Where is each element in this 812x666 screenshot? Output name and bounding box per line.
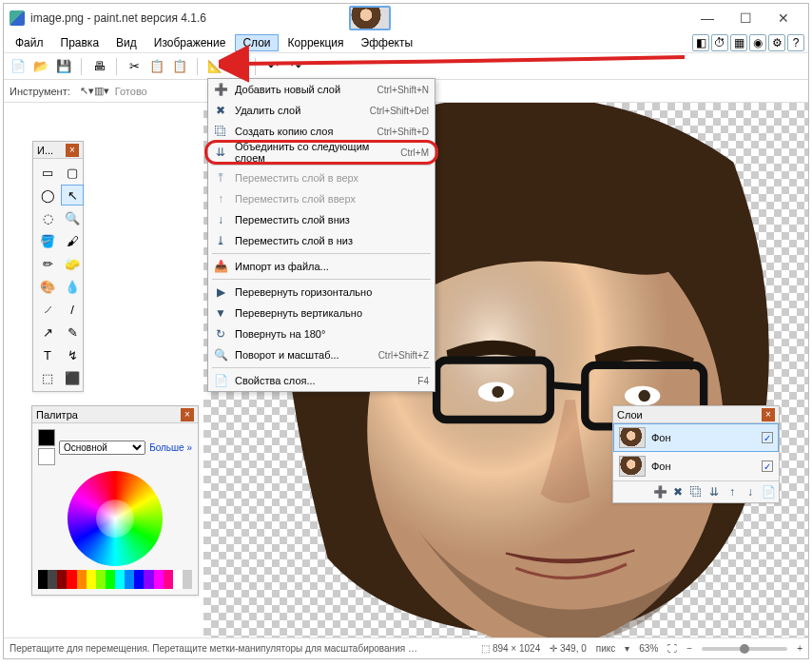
menu-файл[interactable]: Файл: [8, 34, 51, 51]
toolbar-button[interactable]: ▤: [229, 58, 246, 75]
status-unit: пикс: [596, 643, 616, 654]
menu-item[interactable]: 📄Свойства слоя...F4: [208, 370, 435, 391]
menu-коррекция[interactable]: Коррекция: [280, 34, 352, 51]
menu-item[interactable]: ✖Удалить слойCtrl+Shift+Del: [208, 100, 435, 121]
tool-option-icon[interactable]: ▥: [94, 85, 104, 96]
help-icon[interactable]: ◉: [749, 34, 766, 51]
tool-button[interactable]: 💧: [61, 276, 84, 297]
menu-правка[interactable]: Правка: [53, 34, 107, 51]
zoom-fit-icon[interactable]: ⛶: [667, 643, 677, 654]
menu-эффекты[interactable]: Эффекты: [354, 34, 421, 51]
minimize-button[interactable]: —: [688, 5, 726, 31]
layer-row[interactable]: Фон✓: [613, 452, 779, 480]
primary-color-swatch[interactable]: [38, 429, 55, 446]
tool-button[interactable]: ↗: [36, 322, 59, 343]
palette-strip-2[interactable]: [38, 579, 192, 589]
tool-button[interactable]: ◌: [36, 207, 59, 228]
document-thumbnail[interactable]: [349, 6, 391, 30]
color-mode-select[interactable]: Основной: [59, 441, 145, 455]
menu-item[interactable]: ➕Добавить новый слойCtrl+Shift+N: [208, 79, 435, 100]
toolbar-button[interactable]: 📄: [10, 58, 27, 75]
tool-button[interactable]: 🎨: [36, 276, 59, 297]
palette-close-icon[interactable]: ×: [181, 408, 194, 421]
secondary-color-swatch[interactable]: [38, 448, 55, 465]
toolbar-button[interactable]: 📋: [171, 58, 188, 75]
palette-more-link[interactable]: Больше »: [149, 442, 192, 453]
zoom-slider[interactable]: [702, 647, 787, 651]
palette-panel: Палитра × Основной Больше »: [31, 405, 199, 596]
menu-item-icon: ✖: [212, 102, 229, 119]
toolbar-button[interactable]: 🖶: [90, 58, 107, 75]
menu-item[interactable]: ⤓Переместить слой в низ: [208, 230, 435, 251]
menu-item-label: Переместить слой вниз: [235, 214, 423, 225]
toolbar-button[interactable]: 📂: [32, 58, 49, 75]
toolbar-button[interactable]: ✂: [126, 58, 143, 75]
tool-button[interactable]: ⬛: [61, 367, 84, 388]
menu-item[interactable]: 🔍Поворот и масштаб...Ctrl+Shift+Z: [208, 344, 435, 365]
color-wheel[interactable]: [68, 471, 163, 566]
layer-toolbar-button[interactable]: ⿻: [688, 484, 704, 500]
help-icon[interactable]: ?: [787, 34, 804, 51]
zoom-in-icon[interactable]: +: [797, 643, 802, 654]
close-button[interactable]: ✕: [764, 5, 802, 31]
layer-toolbar-button[interactable]: ↓: [743, 484, 758, 500]
tool-button[interactable]: ✎: [61, 322, 84, 343]
menu-item[interactable]: ▼Перевернуть вертикально: [208, 303, 435, 323]
help-icon[interactable]: ⚙: [768, 34, 785, 51]
menu-item-icon: ➕: [212, 81, 229, 98]
tool-option-icon[interactable]: ▾: [104, 85, 109, 96]
toolbar-button[interactable]: 💾: [55, 58, 72, 75]
layer-row[interactable]: Фон✓: [613, 423, 779, 452]
menu-item-label: Переместить слой в низ: [235, 235, 423, 246]
layer-toolbar-button[interactable]: ⇊: [706, 484, 722, 500]
tool-button[interactable]: 🖌: [61, 230, 84, 251]
help-icon[interactable]: ⏱: [711, 34, 728, 51]
layer-toolbar-button[interactable]: 📄: [761, 484, 776, 500]
tool-button[interactable]: ⬚: [36, 367, 59, 388]
menu-item: ⤒Переместить слой в верх: [208, 167, 435, 188]
tool-button[interactable]: ▢: [61, 162, 84, 183]
toolbar-button[interactable]: ↶: [264, 58, 281, 75]
help-icon[interactable]: ◧: [692, 34, 709, 51]
layer-toolbar-button[interactable]: ➕: [652, 484, 667, 500]
tool-button[interactable]: T: [36, 344, 59, 365]
tool-button[interactable]: /: [61, 299, 84, 320]
menu-item[interactable]: ▶Перевернуть горизонтально: [208, 282, 435, 303]
menu-item[interactable]: 📥Импорт из файла...: [208, 256, 435, 277]
layer-visible-checkbox[interactable]: ✓: [762, 460, 773, 472]
menu-item[interactable]: ↓Переместить слой вниз: [208, 209, 435, 230]
maximize-button[interactable]: ☐: [726, 5, 764, 31]
layer-toolbar-button[interactable]: ✖: [670, 484, 686, 500]
toolbar-button[interactable]: ↷: [287, 58, 304, 75]
zoom-out-icon[interactable]: −: [686, 643, 692, 654]
menu-изображение[interactable]: Изображение: [146, 34, 234, 51]
menu-item-label: Создать копию слоя: [235, 126, 372, 137]
menu-item[interactable]: ⇊Объединить со следующим слоемCtrl+M: [208, 142, 435, 163]
tool-button[interactable]: 🪣: [36, 230, 59, 251]
tool-button[interactable]: ◯: [36, 185, 59, 206]
tool-button[interactable]: 🔍: [61, 207, 84, 228]
menu-item[interactable]: ⿻Создать копию слояCtrl+Shift+D: [208, 121, 435, 142]
status-unit-chevron-icon[interactable]: ▾: [625, 643, 629, 654]
menu-слои[interactable]: Слои: [235, 34, 278, 51]
layer-name: Фон: [651, 460, 756, 472]
menu-вид[interactable]: Вид: [108, 34, 145, 51]
layer-toolbar-button[interactable]: ↑: [725, 484, 740, 500]
toolbar-button[interactable]: 📐: [206, 58, 223, 75]
menu-item[interactable]: ↻Повернуть на 180°: [208, 323, 435, 344]
help-icon[interactable]: ▦: [730, 34, 747, 51]
layers-title: Слои: [617, 409, 762, 421]
tool-button[interactable]: 🧽: [61, 253, 84, 274]
tool-button[interactable]: ↯: [61, 344, 84, 365]
tool-button[interactable]: ✏: [36, 253, 59, 274]
layers-close-icon[interactable]: ×: [762, 408, 775, 421]
palette-strip[interactable]: [38, 570, 192, 579]
tool-button[interactable]: ▭: [36, 162, 59, 183]
tool-option-icon[interactable]: ↖: [80, 85, 88, 96]
toolbar-button[interactable]: 📋: [148, 58, 165, 75]
tools-panel-close-icon[interactable]: ×: [66, 144, 79, 157]
layer-visible-checkbox[interactable]: ✓: [762, 432, 773, 443]
tool-button[interactable]: ⟋: [36, 299, 59, 320]
menu-item-label: Удалить слой: [235, 105, 364, 116]
tool-button[interactable]: ↖: [61, 185, 84, 206]
